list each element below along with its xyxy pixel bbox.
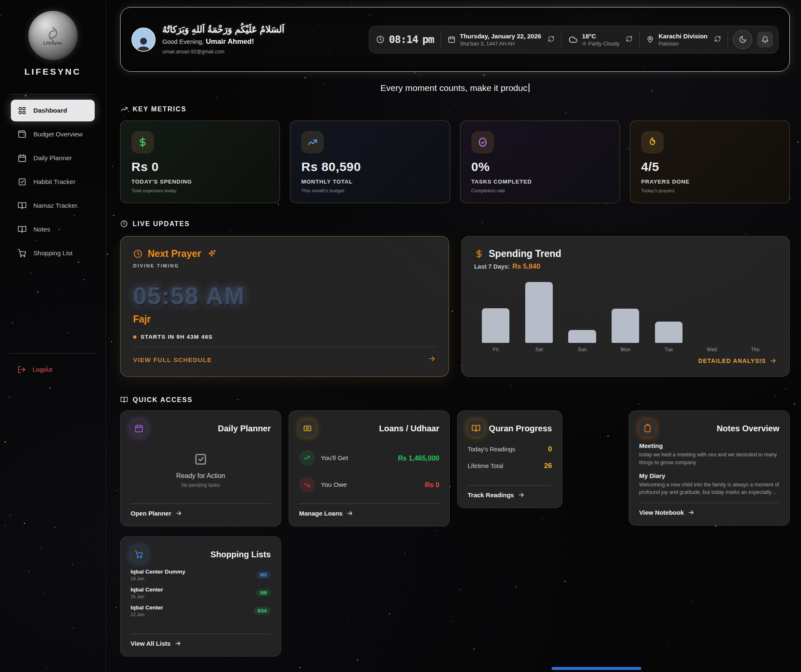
gregorian-date: Thursday, January 22, 2026: [460, 33, 541, 40]
next-prayer-title-row: Next Prayer: [133, 248, 436, 259]
book-open-icon: [120, 396, 128, 404]
horizontal-scrollbar-thumb[interactable]: [552, 667, 641, 670]
logout-button[interactable]: Logout: [11, 360, 95, 380]
list-name: Iqbal Center: [131, 604, 163, 611]
notifications-button[interactable]: [757, 32, 773, 48]
dollar-icon: [474, 249, 484, 259]
sidebar-item-notes[interactable]: Notes: [11, 219, 95, 240]
view-full-schedule-link[interactable]: VIEW FULL SCHEDULE: [133, 356, 212, 363]
next-prayer-card: Next Prayer DIVINE TIMING 05:58 AM Fajr …: [120, 236, 449, 377]
dashboard-grid-icon: [18, 106, 27, 115]
clock-icon: [133, 249, 143, 259]
cloud-icon: [568, 35, 578, 44]
metric-card-prayers-done[interactable]: 4/5 PRAYERS DONE Today's prayers: [630, 121, 790, 203]
manage-loans-link[interactable]: Manage Loans: [299, 510, 439, 517]
card-divider: [131, 634, 271, 634]
sidebar-item-shopping-list[interactable]: Shopping List: [11, 242, 95, 264]
refresh-icon: [714, 35, 721, 42]
segment-divider: [728, 31, 728, 48]
arrow-right-icon: [346, 510, 353, 517]
location-country: Pakistan: [658, 41, 708, 47]
sidebar-item-namaz-tracker[interactable]: Namaz Tracker.: [11, 195, 95, 216]
track-readings-link[interactable]: Track Readings: [468, 491, 552, 498]
sidebar-item-budget-overview[interactable]: Budget Overview: [11, 123, 95, 145]
metric-sub: Completion rate: [471, 188, 609, 193]
card-icon-chip: [639, 420, 656, 437]
user-avatar[interactable]: [131, 28, 156, 52]
metric-icon-chip: [471, 131, 494, 154]
card-title: Daily Planner: [218, 424, 271, 433]
detailed-analysis-link[interactable]: DETAILED ANALYSIS: [698, 357, 766, 364]
list-date: 12 Jan: [131, 612, 163, 617]
brand-title: LIFESYNC: [25, 67, 81, 77]
arrow-right-icon[interactable]: [428, 355, 436, 365]
note-title: My Diary: [639, 472, 779, 479]
tagline: Every moment counts, make it produc: [120, 83, 790, 93]
weather-condition-row: Partly Cloudy: [582, 41, 619, 47]
next-prayer-subtitle: DIVINE TIMING: [133, 263, 436, 268]
list-name: Iqbal Center: [131, 586, 163, 593]
shopping-list-item[interactable]: Iqbal Center 15 Jan 0/8: [131, 586, 271, 599]
trending-up-icon: [120, 105, 128, 113]
clipboard-icon: [643, 424, 652, 433]
calendar-icon: [18, 154, 27, 163]
daily-planner-card: Daily Planner Ready for Action No pendin…: [120, 410, 281, 526]
clock-segment: 08:14 pm: [369, 33, 441, 45]
open-planner-link[interactable]: Open Planner: [131, 510, 271, 517]
metric-value: Rs 0: [131, 160, 269, 174]
note-body: today we held a meeting with ceo and we …: [639, 451, 779, 467]
book-open-icon: [471, 424, 481, 433]
metric-card-monthly-total[interactable]: Rs 80,590 MONTHLY TOTAL This month's bud…: [290, 121, 450, 203]
refresh-icon: [626, 35, 632, 42]
sidebar-divider: [9, 353, 97, 354]
sparkles-icon: [207, 249, 217, 259]
metric-value: Rs 80,590: [301, 160, 438, 174]
live-updates-header: LIVE UPDATES: [120, 220, 790, 228]
refresh-weather-button[interactable]: [626, 35, 632, 44]
card-icon-chip: [131, 420, 147, 437]
sidebar-divider: [9, 94, 97, 95]
loan-value: Rs 1,465,000: [398, 454, 439, 462]
greeting-prefix: Good Evening,: [162, 38, 204, 45]
location-segment: Karachi Division Pakistan: [640, 33, 728, 47]
metric-card-todays-spending[interactable]: Rs 0 TODAY'S SPENDING Total expenses tod…: [120, 121, 280, 203]
period-total: Rs 5,840: [512, 262, 540, 270]
loan-rows: You'll Get Rs 1,465,000 You Owe Rs 0: [299, 450, 439, 493]
card-title: Shopping Lists: [211, 550, 271, 559]
loans-card: Loans / Udhaar You'll Get Rs 1,465,000: [289, 410, 450, 526]
shopping-list-item[interactable]: Iqbal Center 12 Jan 0/14: [131, 604, 271, 617]
quran-value: 0: [548, 445, 552, 453]
arrow-right-icon: [518, 491, 525, 498]
refresh-location-button[interactable]: [714, 35, 721, 44]
view-all-lists-link[interactable]: View All Lists: [131, 640, 271, 647]
sidebar-item-dashboard[interactable]: Dashboard: [11, 100, 95, 121]
check-square-icon: [18, 177, 27, 186]
card-divider: [468, 485, 552, 486]
spending-trend-subtitle: Last 7 Days:Rs 5,840: [474, 262, 777, 270]
refresh-date-button[interactable]: [548, 35, 554, 44]
dashboard-page: LifeSync LIFESYNC Dashboard Budget Overv…: [0, 0, 801, 672]
theme-toggle-button[interactable]: [733, 30, 752, 49]
sidebar-item-habbit-tracker[interactable]: Habbit Tracker: [11, 171, 95, 193]
main-content: اَلسَلامُ عَلَيْكُم وَرَحْمَةُ اَللهِ وَ…: [106, 0, 801, 672]
loan-row-you-owe: You Owe Rs 0: [299, 477, 439, 493]
shopping-list-item[interactable]: Iqbal Center Dummy 19 Jan 0/3: [131, 569, 271, 581]
x-label: Fri: [474, 347, 518, 352]
hijri-date: Sha’ban 3, 1447 AH AH: [460, 41, 541, 47]
notes-overview-card: Notes Overview Meeting today we held a m…: [629, 410, 790, 526]
tagline-text: Every moment counts, make it produc: [380, 83, 527, 93]
metric-card-tasks-completed[interactable]: 0% TASKS COMPLETED Completion rate: [460, 121, 620, 203]
trend-down-icon: [299, 477, 315, 493]
section-title: LIVE UPDATES: [133, 220, 190, 228]
sidebar-item-daily-planner[interactable]: Daily Planner: [11, 147, 95, 169]
footer-link-label: Manage Loans: [299, 510, 343, 517]
x-label: Sat: [517, 347, 561, 352]
arrow-right-icon[interactable]: [769, 357, 777, 365]
footer-link-label: View Notebook: [639, 509, 684, 516]
logo-swirl-icon: [45, 26, 61, 43]
next-prayer-countdown: STARTS IN 9H 43M 46S: [133, 334, 436, 340]
view-notebook-link[interactable]: View Notebook: [639, 509, 779, 516]
next-prayer-time: 05:58 AM: [133, 282, 436, 310]
bar-mon: [612, 309, 639, 343]
note-body: Welcoming a new child into the family is…: [639, 481, 779, 497]
